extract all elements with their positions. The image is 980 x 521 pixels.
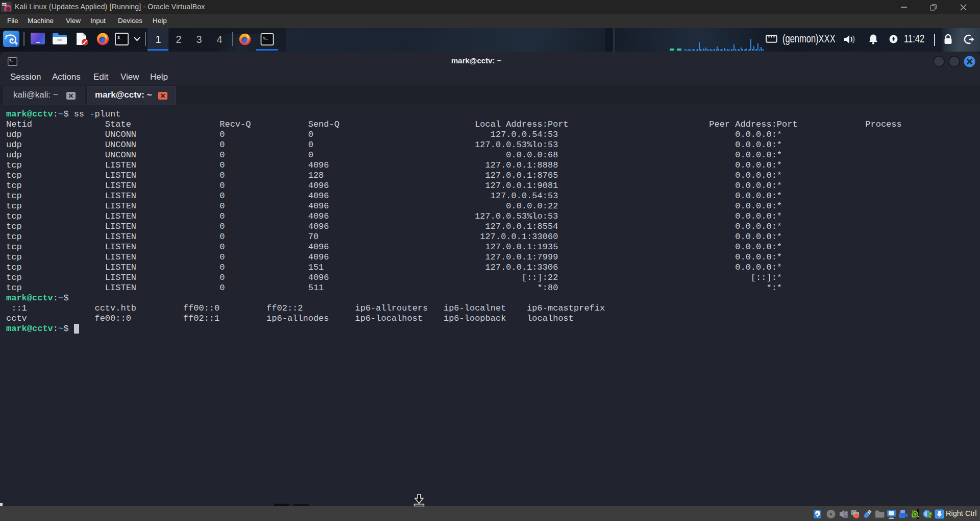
svg-text:$_: $_ (263, 36, 268, 40)
svg-text:$_: $_ (9, 59, 13, 62)
svg-text:$_: $_ (117, 35, 122, 40)
svg-text:x64: x64 (2, 3, 7, 6)
